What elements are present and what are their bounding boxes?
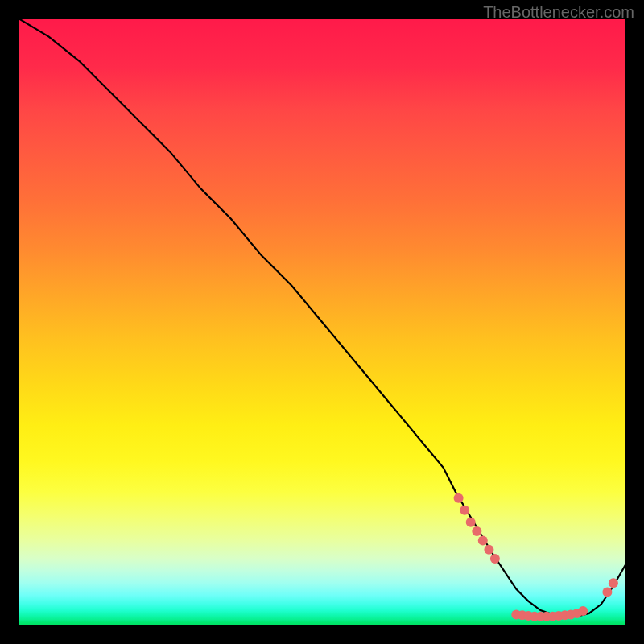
plot-area [19, 19, 625, 625]
data-point-marker [602, 588, 612, 597]
data-point-marker [609, 578, 618, 588]
curve-markers [454, 493, 618, 621]
data-point-marker [466, 518, 476, 527]
chart-svg [19, 19, 625, 625]
data-point-marker [454, 493, 464, 503]
curve-line [19, 19, 625, 617]
data-point-marker [472, 526, 481, 536]
data-point-marker [578, 606, 588, 616]
data-point-marker [484, 545, 493, 555]
data-point-marker [478, 535, 488, 545]
data-point-marker [460, 506, 469, 515]
attribution-text: TheBottlenecker.com [483, 3, 634, 22]
data-point-marker [490, 554, 500, 564]
